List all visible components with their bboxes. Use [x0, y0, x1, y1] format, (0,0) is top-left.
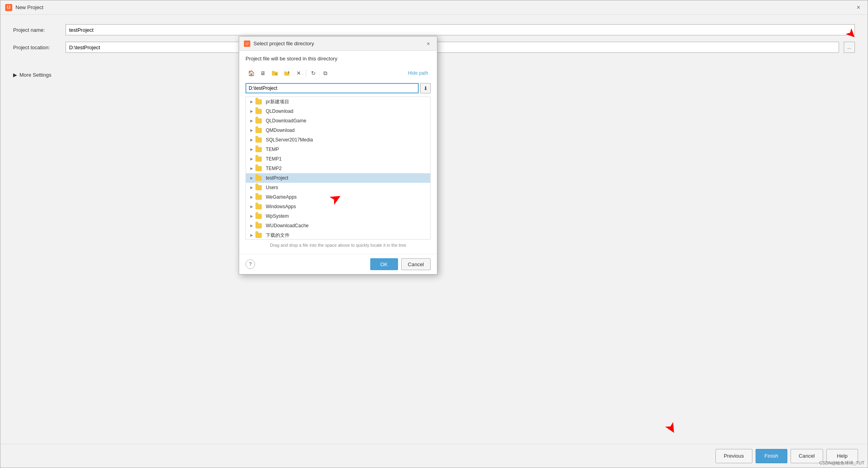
folder-icon: [255, 233, 262, 238]
tree-item-label: TEMP2: [266, 166, 282, 171]
window-title: New Project: [15, 4, 851, 10]
tree-item-arrow: ▶: [249, 195, 254, 199]
tree-item[interactable]: ▶WeGameApps: [246, 192, 430, 202]
main-window: IJ New Project × Project name: Project l…: [0, 0, 868, 468]
tree-item-arrow: ▶: [249, 137, 254, 142]
tree-item-label: testProject: [266, 175, 288, 181]
tree-item-arrow: ▶: [249, 147, 254, 152]
tree-item[interactable]: ▶SQLServer2017Media: [246, 135, 430, 145]
folder-icon: [255, 157, 262, 162]
toolbar-separator: [306, 69, 306, 77]
project-name-row: Project name:: [13, 24, 855, 35]
project-name-input[interactable]: [66, 24, 855, 35]
svg-rect-1: [272, 71, 275, 72]
file-tree[interactable]: ▶pr新建项目▶QLDownload▶QLDownloadGame▶QMDown…: [246, 97, 431, 240]
tree-item-label: WeGameApps: [266, 194, 297, 200]
tree-item-label: WUDownloadCache: [266, 223, 309, 228]
project-location-input[interactable]: [66, 42, 839, 53]
dialog-title-bar: IJ Select project file directory ×: [239, 37, 437, 51]
hide-path-button[interactable]: Hide path: [406, 69, 431, 77]
folder-icon: [255, 223, 262, 228]
tree-item-label: Users: [266, 185, 278, 190]
folder-icon: [255, 214, 262, 219]
tree-item[interactable]: ▶testProject: [246, 173, 430, 183]
tree-item[interactable]: ▶TEMP: [246, 145, 430, 154]
window-close-button[interactable]: ×: [854, 3, 863, 12]
more-settings-chevron: ▶: [13, 72, 17, 78]
tree-item-arrow: ▶: [249, 109, 254, 114]
tree-item[interactable]: ▶Users: [246, 183, 430, 192]
path-download-button[interactable]: ⬇: [420, 83, 431, 93]
tree-item-arrow: ▶: [249, 214, 254, 219]
home-toolbar-button[interactable]: 🏠: [246, 68, 257, 78]
tree-item-label: TEMP: [266, 147, 279, 152]
folder-icon: [255, 118, 262, 124]
file-directory-dialog: IJ Select project file directory × Proje…: [239, 36, 437, 275]
tree-item[interactable]: ▶QLDownload: [246, 106, 430, 116]
dialog-title: Select project file directory: [253, 41, 421, 46]
dialog-ok-button[interactable]: OK: [370, 258, 398, 270]
annotation-arrow-3: ➤: [662, 420, 680, 437]
tree-item-label: SQLServer2017Media: [266, 137, 313, 143]
tree-item-arrow: ▶: [249, 233, 254, 238]
cancel-button[interactable]: Cancel: [791, 449, 823, 463]
new-folder-toolbar-button[interactable]: [269, 68, 280, 78]
tree-item-arrow: ▶: [249, 176, 254, 180]
tree-item[interactable]: ▶TEMP2: [246, 164, 430, 173]
tree-item-label: QMDownload: [266, 128, 295, 133]
tree-item[interactable]: ▶WpSystem: [246, 211, 430, 221]
tree-item-label: WindowsApps: [266, 204, 296, 209]
tree-item-arrow: ▶: [249, 99, 254, 104]
dialog-help-button[interactable]: ?: [246, 259, 255, 269]
dialog-bottom: ? OK Cancel: [239, 254, 437, 274]
previous-button[interactable]: Previous: [715, 449, 752, 463]
tree-item-arrow: ▶: [249, 204, 254, 209]
tree-item-arrow: ▶: [249, 128, 254, 133]
refresh-toolbar-button[interactable]: ↻: [308, 68, 319, 78]
svg-rect-0: [272, 72, 278, 75]
dialog-close-button[interactable]: ×: [424, 40, 432, 48]
up-toolbar-button[interactable]: [281, 68, 292, 78]
tree-item[interactable]: ▶WUDownloadCache: [246, 221, 430, 230]
svg-rect-5: [284, 72, 286, 73]
tree-item[interactable]: ▶下载的文件: [246, 230, 430, 240]
tree-item[interactable]: ▶TEMP1: [246, 154, 430, 164]
tree-item-label: WpSystem: [266, 213, 289, 219]
copy-path-toolbar-button[interactable]: ⧉: [320, 68, 331, 78]
tree-item[interactable]: ▶QMDownload: [246, 126, 430, 135]
tree-item[interactable]: ▶QLDownloadGame: [246, 116, 430, 126]
tree-item[interactable]: ▶WindowsApps: [246, 202, 430, 211]
folder-icon: [255, 204, 262, 209]
path-input[interactable]: [246, 83, 419, 93]
dialog-cancel-button[interactable]: Cancel: [401, 258, 431, 270]
folder-icon: [255, 195, 262, 200]
folder-icon: [255, 109, 262, 114]
folder-icon: [255, 147, 262, 152]
dialog-icon: IJ: [244, 41, 250, 47]
tree-item[interactable]: ▶pr新建项目: [246, 97, 430, 106]
project-location-label: Project location:: [13, 44, 61, 50]
finish-button[interactable]: Finish: [756, 449, 787, 463]
app-icon: IJ: [5, 4, 12, 11]
folder-icon: [255, 185, 262, 190]
delete-toolbar-button[interactable]: ✕: [293, 68, 304, 78]
tree-item-label: TEMP1: [266, 156, 282, 162]
dialog-subtitle: Project file will be stored in this dire…: [246, 56, 431, 62]
dir-toolbar: 🏠 🖥 ✕: [246, 66, 431, 80]
tree-item-label: pr新建项目: [266, 99, 289, 105]
folder-icon: [255, 99, 262, 104]
tree-item-arrow: ▶: [249, 185, 254, 190]
path-row: ⬇: [246, 83, 431, 93]
tree-item-label: QLDownload: [266, 108, 293, 114]
more-settings-label: More Settings: [19, 72, 51, 78]
tree-item-arrow: ▶: [249, 157, 254, 161]
tree-item-label: QLDownloadGame: [266, 118, 306, 124]
folder-icon: [255, 128, 262, 133]
tree-item-arrow: ▶: [249, 223, 254, 228]
folder-icon: [255, 137, 262, 143]
desktop-toolbar-button[interactable]: 🖥: [257, 68, 269, 78]
tree-item-arrow: ▶: [249, 118, 254, 123]
tree-item-label: 下载的文件: [266, 232, 290, 239]
title-bar: IJ New Project ×: [0, 0, 868, 15]
browse-button[interactable]: ...: [844, 42, 855, 53]
